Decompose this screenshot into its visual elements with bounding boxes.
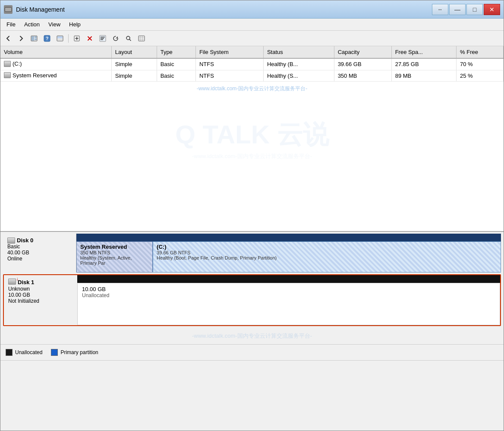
drive-img [4,61,11,67]
col-filesystem[interactable]: File System [195,46,263,58]
disk1-label: ↓ Disk 1 Unknown 10.00 GB Not Initialize… [4,275,77,325]
partition-name: System Reserved [80,244,149,250]
legend-box-primary [51,349,58,356]
legend-primary: Primary partition [51,349,98,356]
view-button[interactable] [54,33,66,44]
legend-label-primary: Primary partition [60,349,98,355]
drive-img [4,72,11,78]
disk0-label: Disk 0 Basic 40.00 GB Online [3,234,76,273]
cell-filesystem: NTFS [195,70,263,82]
legend-area: Unallocated Primary partition [0,344,504,360]
cell-layout: Simple [111,58,157,70]
disk1-size: 10.00 GB [8,292,73,298]
col-freespace[interactable]: Free Spa... [391,46,456,58]
main-content: Q TALK 云说 -www.idctalk.com-国内专业云计算交流服务平台… [0,46,504,431]
svg-rect-6 [35,38,37,40]
table-row[interactable]: (C:) Simple Basic NTFS Healthy (B... 39.… [0,58,504,70]
legend-label-unallocated: Unallocated [15,349,42,355]
status-text [4,363,5,368]
svg-rect-18 [139,36,145,41]
refresh-button[interactable] [110,33,122,44]
toolbar-separator-1 [68,34,69,43]
partition-size: 39.66 GB NTFS [157,250,497,255]
toolbar: ? [0,31,504,46]
status-bar [0,360,504,370]
up-button[interactable] [28,33,40,44]
svg-rect-5 [35,36,37,38]
cell-status: Healthy (S... [263,70,334,82]
svg-rect-2 [5,8,11,11]
title-bar-buttons: ↔ — □ ✕ [432,4,500,15]
disk1-partition-size: 10.00 GB [82,286,495,292]
disk1-name: ↓ Disk 1 [8,279,73,286]
cell-freespace: 89 MB [391,70,456,82]
disk1-unallocated[interactable]: 10.00 GB Unallocated [77,283,500,325]
minimize-button[interactable]: — [449,4,466,15]
cell-layout: Simple [111,70,157,82]
cell-volume: (C:) [0,58,111,70]
disk-view-area: Disk 0 Basic 40.00 GB Online System Rese… [0,232,504,344]
swap-button[interactable]: ↔ [432,4,448,15]
col-layout[interactable]: Layout [111,46,157,58]
partition-health: Healthy (System, Active, Primary Par [80,255,149,266]
disk1-header-bar [77,275,500,283]
table-row[interactable]: System Reserved Simple Basic NTFS Health… [0,70,504,82]
col-status[interactable]: Status [263,46,334,58]
search-button[interactable] [123,33,135,44]
delete-button[interactable] [84,33,96,44]
close-button[interactable]: ✕ [484,4,500,15]
main-window: Disk Management ↔ — □ ✕ File Action View… [0,0,504,431]
disk1-type: Unknown [8,286,73,292]
menu-action[interactable]: Action [20,20,44,29]
volume-table-container: Q TALK 云说 -www.idctalk.com-国内专业云计算交流服务平台… [0,46,504,232]
col-percentfree[interactable]: % Free [457,46,504,58]
legend-box-unallocated [6,349,13,356]
cell-status: Healthy (B... [263,58,334,70]
partition-c-drive[interactable]: (C:) 39.66 GB NTFS Healthy (Boot, Page F… [153,241,501,273]
disk0-partition-row: System Reserved 350 MB NTFS Healthy (Sys… [76,241,501,273]
disk1-status: Not Initialized [8,298,73,304]
disk0-header-bar [76,234,501,241]
col-volume[interactable]: Volume [0,46,111,58]
grid-button[interactable] [135,33,148,44]
disk0-name: Disk 0 [7,237,72,244]
properties-button[interactable] [97,33,109,44]
back-button[interactable] [2,33,14,44]
drive-icon: (C:) [4,60,22,67]
disk0-type: Basic [7,244,72,250]
new-button[interactable] [71,33,83,44]
svg-rect-14 [101,37,105,38]
help-button[interactable]: ? [41,33,53,44]
disk1-partitions: 10.00 GB Unallocated [77,275,500,325]
legend-unallocated: Unallocated [6,349,42,356]
maximize-button[interactable]: □ [466,4,483,15]
svg-rect-15 [101,38,104,39]
disk-area-watermark: -www.idctalk.com-国内专业云计算交流服务平台- [0,328,504,344]
disk0-icon [7,238,15,244]
drive-icon: System Reserved [4,72,57,79]
partition-system-reserved[interactable]: System Reserved 350 MB NTFS Healthy (Sys… [76,241,153,273]
disk1-error-icon: ↓ [16,276,19,281]
disk1-partition-label: Unallocated [82,292,495,298]
menu-view[interactable]: View [44,20,65,29]
forward-button[interactable] [15,33,27,44]
disk1-partition-row: 10.00 GB Unallocated [77,283,500,325]
col-type[interactable]: Type [157,46,195,58]
disk0-size: 40.00 GB [7,250,72,256]
menu-help[interactable]: Help [65,20,85,29]
cell-type: Basic [157,70,195,82]
disk1-icon [8,279,16,285]
svg-text:?: ? [46,36,49,41]
watermark-text: -www.idctalk.com-国内专业云计算交流服务平台- [0,82,504,96]
partition-health: Healthy (Boot, Page File, Crash Dump, Pr… [157,255,497,260]
cell-filesystem: NTFS [195,58,263,70]
cell-percentfree: 25 % [457,70,504,82]
title-bar: Disk Management ↔ — □ ✕ [0,0,504,19]
cell-percentfree: 70 % [457,58,504,70]
cell-capacity: 350 MB [334,70,391,82]
partition-name: (C:) [157,244,497,250]
menu-file[interactable]: File [2,20,20,29]
svg-rect-10 [57,36,63,38]
col-capacity[interactable]: Capacity [334,46,391,58]
cell-volume: System Reserved [0,70,111,82]
